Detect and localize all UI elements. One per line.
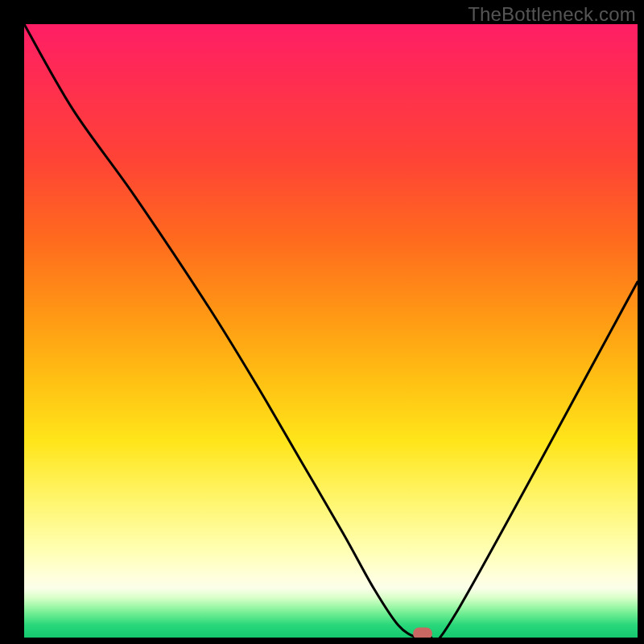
plot-area [24,24,638,638]
chart-frame: TheBottleneck.com [0,0,644,644]
optimum-marker [413,628,432,638]
curve-path [24,24,638,638]
watermark-text: TheBottleneck.com [468,3,636,26]
bottleneck-curve [24,24,638,638]
